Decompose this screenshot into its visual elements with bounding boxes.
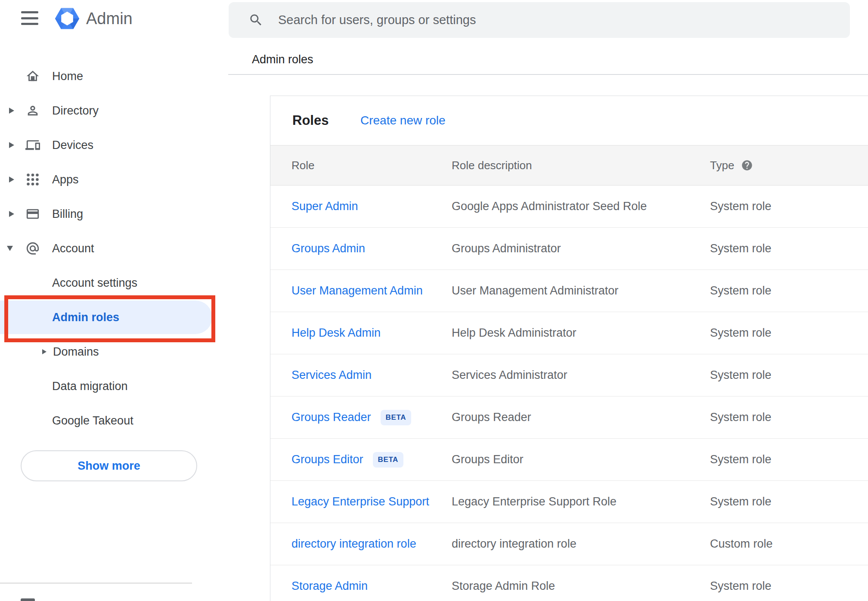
role-type: System role	[710, 453, 868, 466]
role-description: Groups Administrator	[452, 242, 710, 255]
show-more-button[interactable]: Show more	[21, 450, 197, 481]
role-type: System role	[710, 579, 868, 593]
role-description: Services Administrator	[452, 369, 710, 382]
table-row: Groups Reader BETA Groups Reader System …	[270, 397, 868, 439]
sidebar-divider	[0, 582, 192, 584]
clipped-sidebar-icon	[21, 598, 35, 601]
table-row: directory integration role directory int…	[270, 523, 868, 565]
role-description: Google Apps Administrator Seed Role	[452, 200, 710, 213]
devices-icon	[25, 138, 40, 152]
table-row: Services Admin Services Administrator Sy…	[270, 354, 868, 397]
sidebar-item-billing[interactable]: Billing	[0, 197, 228, 231]
column-header-description: Role description	[452, 159, 710, 172]
column-header-type: Type	[710, 159, 868, 172]
role-link[interactable]: Groups Reader	[291, 411, 371, 424]
sidebar-item-directory[interactable]: Directory	[0, 93, 228, 128]
admin-logo-icon	[54, 6, 80, 31]
sidebar-item-account[interactable]: Account	[0, 231, 228, 266]
table-row: Legacy Enterprise Support Legacy Enterpr…	[270, 481, 868, 523]
menu-button[interactable]	[21, 11, 38, 25]
menu-icon	[21, 11, 38, 13]
table-row: Storage Admin Storage Admin Role System …	[270, 565, 868, 601]
main-content: Admin roles Roles Create new role Role R…	[228, 0, 868, 601]
role-description: directory integration role	[452, 537, 710, 551]
table-row: Super Admin Google Apps Administrator Se…	[270, 186, 868, 228]
credit-card-icon	[25, 207, 40, 221]
sidebar-item-domains[interactable]: Domains	[0, 335, 228, 369]
role-link[interactable]: directory integration role	[291, 537, 416, 551]
table-header-row: Role Role description Type	[270, 145, 868, 186]
table-row: Groups Editor BETA Groups Editor System …	[270, 439, 868, 481]
roles-panel-header: Roles Create new role	[270, 96, 868, 145]
role-type: System role	[710, 242, 868, 255]
sidebar-item-admin-roles[interactable]: Admin roles	[0, 300, 228, 335]
table-row: Help Desk Admin Help Desk Administrator …	[270, 312, 868, 354]
role-description: Storage Admin Role	[452, 579, 710, 593]
role-type: System role	[710, 411, 868, 424]
expand-arrow-icon[interactable]	[9, 142, 14, 148]
panel-title: Roles	[292, 113, 329, 128]
column-header-role: Role	[291, 159, 452, 172]
sidebar-item-home[interactable]: Home	[0, 59, 228, 93]
beta-badge: BETA	[373, 452, 403, 468]
role-link[interactable]: Groups Admin	[291, 242, 365, 255]
role-link[interactable]: Super Admin	[291, 200, 358, 213]
role-link[interactable]: Help Desk Admin	[291, 326, 381, 340]
sidebar-nav: Home Directory Devices	[0, 59, 228, 438]
search-input[interactable]	[278, 2, 829, 38]
expand-arrow-icon[interactable]	[9, 211, 14, 217]
role-link[interactable]: Services Admin	[291, 369, 372, 382]
role-description: Help Desk Administrator	[452, 326, 710, 340]
role-description: Groups Editor	[452, 453, 710, 466]
role-description: Groups Reader	[452, 411, 710, 424]
create-new-role-link[interactable]: Create new role	[360, 114, 446, 127]
at-sign-icon	[25, 241, 40, 256]
sidebar-item-apps[interactable]: Apps	[0, 162, 228, 197]
table-row: Groups Admin Groups Administrator System…	[270, 228, 868, 270]
expand-arrow-icon[interactable]	[9, 108, 14, 114]
sidebar-item-account-settings[interactable]: Account settings	[0, 266, 228, 300]
app-title: Admin	[86, 9, 133, 28]
sidebar: Admin Home Directory Devices	[0, 0, 228, 601]
role-link[interactable]: Storage Admin	[291, 579, 368, 593]
role-description: User Management Administrator	[452, 284, 710, 297]
person-icon	[25, 103, 40, 118]
roles-panel: Roles Create new role Role Role descript…	[270, 96, 868, 601]
role-type: System role	[710, 200, 868, 213]
role-type: System role	[710, 495, 868, 508]
role-type: System role	[710, 326, 868, 340]
role-type: System role	[710, 284, 868, 297]
expand-arrow-icon[interactable]	[42, 349, 46, 354]
role-description: Legacy Enterprise Support Role	[452, 495, 710, 508]
role-link[interactable]: Legacy Enterprise Support	[291, 495, 429, 508]
sidebar-item-google-takeout[interactable]: Google Takeout	[0, 403, 228, 438]
search-bar	[229, 2, 850, 38]
role-link[interactable]: Groups Editor	[291, 453, 363, 466]
expand-arrow-icon[interactable]	[9, 177, 14, 183]
home-icon	[25, 69, 40, 84]
table-row: User Management Admin User Management Ad…	[270, 270, 868, 312]
collapse-arrow-icon[interactable]	[7, 246, 13, 251]
role-link[interactable]: User Management Admin	[291, 284, 423, 297]
role-type: Custom role	[710, 537, 868, 551]
help-icon[interactable]	[741, 159, 753, 171]
apps-grid-icon	[25, 172, 40, 187]
role-type: System role	[710, 369, 868, 382]
search-icon	[248, 12, 264, 28]
header-divider	[228, 74, 868, 75]
sidebar-item-devices[interactable]: Devices	[0, 128, 228, 162]
sidebar-item-data-migration[interactable]: Data migration	[0, 369, 228, 403]
breadcrumb: Admin roles	[252, 53, 313, 66]
beta-badge: BETA	[381, 410, 411, 425]
